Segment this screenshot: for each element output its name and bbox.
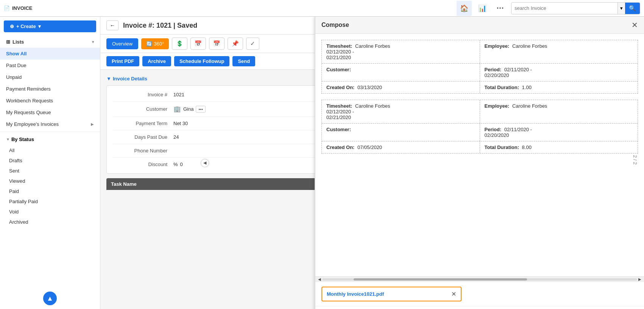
ts-row-bot-2: Created On: 07/05/2020 Total Duration: 8…: [322, 141, 638, 153]
phone-number-label: Phone Number: [113, 148, 173, 154]
sidebar-collapse-button[interactable]: ◀: [201, 159, 209, 167]
app-logo: 📄 INVOICE: [4, 5, 32, 11]
sidebar-status-drafts[interactable]: Drafts: [0, 155, 100, 166]
lists-label: Lists: [12, 39, 24, 45]
employee-invoices-expand-icon: ▶: [91, 122, 94, 126]
ts-employee-label-1: Employee:: [485, 43, 510, 49]
ts-employee-value-1: Caroline Forbes: [512, 43, 547, 49]
payment-reminders-label: Payment Reminders: [6, 86, 51, 92]
send-button[interactable]: Send: [232, 56, 255, 66]
timesheet-card-1: Timesheet: Caroline Forbes 02/12/2020 - …: [321, 40, 638, 94]
sidebar-item-unpaid[interactable]: Unpaid: [0, 71, 100, 83]
compose-close-button[interactable]: ✕: [632, 20, 638, 30]
lists-header[interactable]: ⊞ Lists ▾: [0, 36, 100, 48]
sidebar-status-all[interactable]: All: [0, 145, 100, 155]
tab-calendar-icon[interactable]: 📅: [190, 38, 206, 50]
employee-invoices-label: My Employee's Invoices: [6, 121, 59, 127]
ts-created-2: Created On: 07/05/2020: [322, 141, 480, 153]
discount-input[interactable]: [180, 162, 203, 167]
ts-created-label-1: Created On:: [326, 85, 354, 90]
ts-employee-1: Employee: Caroline Forbes: [480, 40, 638, 63]
more-options-button[interactable]: •••: [493, 1, 508, 16]
tab-pin-icon[interactable]: 📌: [228, 38, 243, 50]
tab-360-label: 360°: [154, 41, 164, 47]
scroll-right-arrow[interactable]: ▶: [637, 277, 642, 282]
ts-employee-label-2: Employee:: [485, 103, 510, 109]
search-bar: ▾ 🔍: [511, 2, 640, 14]
sidebar-item-payment-reminders[interactable]: Payment Reminders: [0, 83, 100, 95]
ts-total-1: Total Duration: 1.00: [480, 82, 638, 93]
scroll-up-button[interactable]: ▲: [43, 292, 57, 305]
sidebar-status-paid[interactable]: Paid: [0, 186, 100, 196]
ts-row-bot-1: Created On: 03/13/2020 Total Duration: 1…: [322, 81, 638, 93]
ts-total-label-1: Total Duration:: [485, 85, 519, 90]
tab-check-icon[interactable]: ✓: [246, 38, 259, 50]
attachment-filename: Monthly Invoice1021.pdf: [327, 291, 384, 297]
payment-term-label: Payment Term: [113, 121, 173, 126]
ts-employee-2: Employee: Caroline Forbes: [480, 100, 638, 123]
sidebar-divider: [0, 132, 100, 132]
customer-name: Gina: [183, 106, 193, 112]
ts-total-2: Total Duration: 8.00: [480, 141, 638, 153]
create-button[interactable]: ⊕ + Create ▾: [4, 20, 96, 32]
by-status-collapse-icon: ▼: [6, 137, 10, 141]
ts-period-2: Period: 02/11/2020 - 02/20/2020: [480, 124, 638, 141]
scroll-thumb[interactable]: [354, 278, 527, 281]
details-chevron-icon: ▼: [106, 76, 111, 82]
sidebar-status-void[interactable]: Void: [0, 207, 100, 217]
ts-row-top-1: Timesheet: Caroline Forbes 02/12/2020 - …: [322, 40, 638, 63]
compose-title: Compose: [321, 22, 349, 28]
sidebar-item-employee-invoices[interactable]: My Employee's Invoices ▶: [0, 118, 100, 130]
search-submit-button[interactable]: 🔍: [625, 3, 640, 14]
topbar: 📄 INVOICE 🏠 📊 ••• ▾ 🔍: [0, 0, 644, 17]
ts-period-1: Period: 02/11/2020 - 02/20/2020: [480, 64, 638, 81]
tab-overview[interactable]: Overview: [106, 38, 138, 49]
discount-symbol: %: [173, 162, 178, 167]
compose-body: Timesheet: Caroline Forbes 02/12/2020 - …: [315, 34, 644, 276]
tab-schedule-icon[interactable]: 📅: [209, 38, 225, 50]
ts-created-value-2: 07/05/2020: [357, 144, 382, 150]
print-pdf-button[interactable]: Print PDF: [106, 56, 139, 66]
ts-total-value-2: 8.00: [522, 144, 532, 150]
back-button[interactable]: ←: [106, 20, 119, 30]
discount-label: Discount: [113, 162, 173, 167]
attachment-box: Monthly Invoice1021.pdf ✕: [321, 287, 462, 301]
create-plus-icon: ⊕: [10, 24, 14, 29]
sidebar-status-sent[interactable]: Sent: [0, 166, 100, 176]
search-dropdown-button[interactable]: ▾: [617, 3, 625, 14]
scroll-left-arrow[interactable]: ◀: [317, 277, 322, 282]
compose-panel: Compose ✕ Timesheet: Caroline Forbes 02/…: [315, 17, 644, 309]
ts-period-label-1: Period:: [485, 67, 502, 72]
tab-360[interactable]: 🔄 360°: [141, 38, 169, 49]
sidebar-status-viewed[interactable]: Viewed: [0, 176, 100, 186]
horizontal-scrollbar[interactable]: ◀ ▶: [315, 276, 644, 282]
by-status-label: By Status: [11, 136, 34, 142]
page-indicator: 2 / 2: [632, 155, 638, 165]
ts-customer-1: Customer:: [322, 64, 480, 81]
tab-payment-icon[interactable]: 💲: [172, 38, 187, 50]
sidebar-item-workbench-requests[interactable]: Workbench Requests: [0, 95, 100, 107]
ts-timesheet-label-1: Timesheet:: [326, 43, 352, 49]
sidebar-status-partially-paid[interactable]: Partially Paid: [0, 196, 100, 207]
ts-employee-value-2: Caroline Forbes: [512, 103, 547, 109]
show-all-label: Show All: [6, 51, 27, 56]
home-icon-button[interactable]: 🏠: [457, 1, 472, 16]
ts-total-value-1: 1.00: [522, 85, 532, 90]
attachment-close-button[interactable]: ✕: [451, 290, 456, 298]
ts-created-1: Created On: 03/13/2020: [322, 82, 480, 93]
ts-timesheet-1: Timesheet: Caroline Forbes 02/12/2020 - …: [322, 40, 480, 63]
sidebar-status-archived[interactable]: Archived: [0, 217, 100, 227]
sidebar-item-past-due[interactable]: Past Due: [0, 60, 100, 71]
chart-icon-button[interactable]: 📊: [475, 1, 490, 16]
sidebar-item-my-requests-queue[interactable]: My Requests Queue: [0, 107, 100, 118]
customer-ellipsis-button[interactable]: •••: [196, 106, 206, 113]
ts-created-label-2: Created On:: [326, 144, 354, 150]
archive-button[interactable]: Archive: [142, 56, 171, 66]
tab-360-icon: 🔄: [146, 41, 152, 47]
sidebar-item-show-all[interactable]: Show All: [0, 48, 100, 60]
by-status-header[interactable]: ▼ By Status: [0, 133, 100, 145]
schedule-followup-button[interactable]: Schedule Followup: [174, 56, 229, 66]
logo-icon: 📄: [4, 5, 10, 11]
ts-row-top-2: Timesheet: Caroline Forbes 02/12/2020 - …: [322, 100, 638, 123]
search-input[interactable]: [511, 5, 617, 11]
